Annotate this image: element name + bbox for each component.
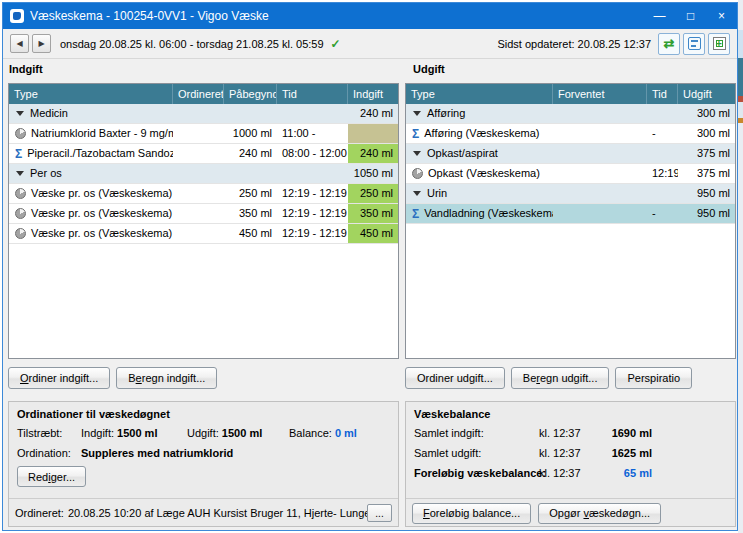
last-updated-label: Sidst opdateret: 20.08.25 12:37 [497,38,651,50]
minimize-button[interactable]: — [644,3,675,29]
more-details-button[interactable]: ... [367,504,392,522]
collapse-icon[interactable] [413,191,421,196]
date-settings-button[interactable] [683,33,705,55]
next-day-button[interactable]: ▶ [32,34,51,53]
vaeskebalance-footer: Foreløbig balance... Opgør væskedøgn... [406,498,735,527]
indgift-table-header: Type Ordineret Påbegyndt Tid Indgift [9,84,398,104]
ordiner-udgift-button[interactable]: Ordiner udgift... [405,367,505,389]
table-row-juice[interactable]: Væske pr. os (Væskeskema) - Juice 250 ml… [9,184,398,204]
calendar-icon [688,37,701,50]
table-row-opkast[interactable]: Opkast (Væskeskema) 12:19 375 ml [406,164,735,184]
table-row-group-urin[interactable]: Urin 950 ml [406,184,735,204]
column-header-tid[interactable]: Tid [277,84,348,104]
vaeskebalance-panel-title: Væskebalance [414,408,490,420]
infusion-progress-icon [15,228,26,239]
table-row-group-opkast[interactable]: Opkast/aspirat 375 ml [406,144,735,164]
column-header-type[interactable]: Type [406,84,553,104]
vaeskebalance-panel: Væskebalance Samlet indgift: kl. 12:37 1… [405,401,736,527]
arrow-left-icon: ◀ [16,39,22,48]
refresh-button[interactable]: ⇄ [658,33,680,55]
ordination-label: Ordination: [17,447,71,459]
samlet-indgift-value: 1690 ml [574,427,652,439]
ordinationer-panel-title: Ordinationer til væskedøgnet [17,408,170,420]
infusion-progress-icon [412,168,423,179]
indgift-section-title: Indgift [9,63,43,75]
open-new-window-icon [713,37,726,50]
column-header-type[interactable]: Type [9,84,173,104]
tilstraebt-indgift: Indgift: 1500 ml [81,427,157,439]
vaeskeskema-window: Væskeskema - 100254-0VV1 - Vigoo Væske —… [2,2,738,531]
table-row-piperacil[interactable]: ΣPiperacil./Tazobactam Sandoz (4 g... 24… [9,144,398,164]
sum-icon: Σ [412,128,419,140]
indgift-table: Type Ordineret Påbegyndt Tid Indgift Med… [8,83,399,359]
column-header-ordineret[interactable]: Ordineret [173,84,224,104]
sum-icon: Σ [412,208,419,220]
column-header-forventet[interactable]: Forventet [553,84,647,104]
previous-day-button[interactable]: ◀ [10,34,29,53]
forelobig-balance-value: 65 ml [574,467,652,479]
table-row-affoering[interactable]: ΣAfføring (Væskeskema) - 300 ml [406,124,735,144]
column-header-udgift[interactable]: Udgift [678,84,735,104]
beregn-indgift-button[interactable]: Beregn indgift... [116,367,217,389]
collapse-icon[interactable] [16,111,24,116]
titlebar: Væskeskema - 100254-0VV1 - Vigoo Væske —… [3,3,737,29]
date-range-label: onsdag 20.08.25 kl. 06:00 - torsdag 21.0… [60,38,324,50]
perspiratio-button[interactable]: Perspiratio [615,367,692,389]
collapse-icon[interactable] [413,111,421,116]
background-window-sliver [738,0,743,533]
rediger-button[interactable]: Rediger... [17,466,86,487]
column-header-indgift[interactable]: Indgift [348,84,398,104]
refresh-icon: ⇄ [664,37,675,50]
expand-button[interactable] [708,33,730,55]
tilstraebt-udgift: Udgift: 1500 ml [187,427,262,439]
opgor-vaeskedogn-button[interactable]: Opgør væskedøgn... [538,503,661,524]
maximize-button[interactable]: □ [675,3,706,29]
tilstraebt-label: Tilstræbt: [17,427,62,439]
forelobig-balance-button[interactable]: Foreløbig balance... [412,503,531,524]
arrow-right-icon: ▶ [38,39,44,48]
collapse-icon[interactable] [413,151,421,156]
ordineret-label: Ordineret: [15,507,64,519]
window-title: Væskeskema - 100254-0VV1 - Vigoo Væske [30,9,269,23]
check-icon: ✓ [331,37,341,51]
udgift-section-title: Udgift [413,63,445,75]
beregn-udgift-button[interactable]: Beregn udgift... [511,367,610,389]
collapse-icon[interactable] [16,171,24,176]
udgift-table: Type Forventet Tid Udgift Afføring 300 m… [405,83,736,359]
ordinationer-panel: Ordinationer til væskedøgnet Tilstræbt: … [8,401,399,527]
column-header-paabegyndt[interactable]: Påbegyndt [224,84,277,104]
samlet-udgift-value: 1625 ml [574,447,652,459]
table-row-group-affoering[interactable]: Afføring 300 ml [406,104,735,124]
ordineret-text: 20.08.25 10:20 af Læge AUH Kursist Bruge… [68,507,367,519]
sum-icon: Σ [15,148,22,160]
ordination-value: Suppleres med natriumklorid [81,447,233,459]
samlet-udgift-label: Samlet udgift: [414,447,481,459]
table-row-vand[interactable]: Væske pr. os (Væskeskema) - Vand 450 ml … [9,224,398,244]
close-button[interactable]: × [706,3,737,29]
column-header-tid[interactable]: Tid [647,84,678,104]
samlet-indgift-label: Samlet indgift: [414,427,484,439]
infusion-progress-icon [15,208,26,219]
forelobig-balance-label: Foreløbig væskebalance: [414,467,546,479]
app-icon [10,9,24,23]
ordinationer-footer: Ordineret: 20.08.25 10:20 af Læge AUH Ku… [9,498,398,527]
tilstraebt-balance: Balance: 0 ml [289,427,357,439]
table-row-kaffe[interactable]: Væske pr. os (Væskeskema) - Kaff... 350 … [9,204,398,224]
ordiner-indgift-button[interactable]: Ordiner indgift... [8,367,110,389]
udgift-table-header: Type Forventet Tid Udgift [406,84,735,104]
table-row-group-medicin[interactable]: Medicin 240 ml [9,104,398,124]
toolbar: ◀ ▶ onsdag 20.08.25 kl. 06:00 - torsdag … [3,29,737,59]
table-row-vandladning-selected[interactable]: ΣVandladning (Væskeskema) - 950 ml [406,204,735,224]
infusion-progress-icon [15,128,26,139]
infusion-progress-icon [15,188,26,199]
table-row-natriumklorid[interactable]: Natriumklorid Baxter - 9 mg/ml 1000 ml 1… [9,124,398,144]
table-row-group-per-os[interactable]: Per os 1050 ml [9,164,398,184]
